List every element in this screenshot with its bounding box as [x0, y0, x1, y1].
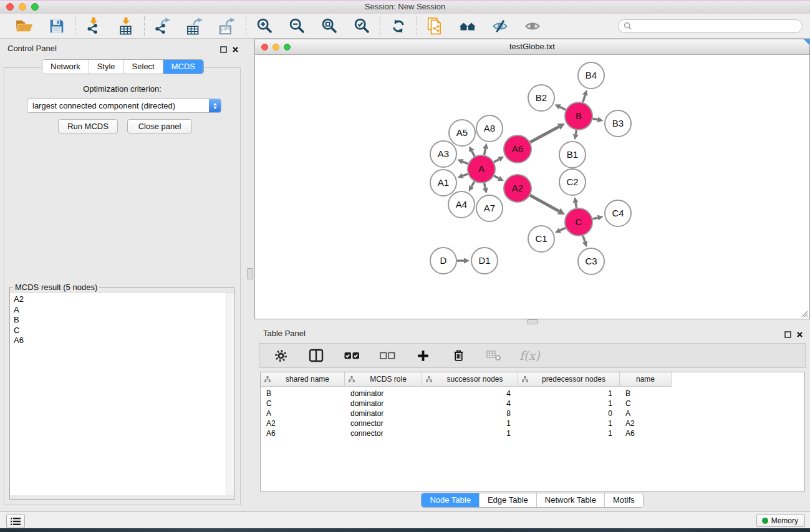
graph-edge-arrowhead: [582, 241, 588, 247]
show-column-panel-icon[interactable]: [306, 346, 326, 365]
optimization-dropdown[interactable]: largest connected component (directed): [27, 99, 221, 113]
tab-node-table[interactable]: Node Table: [422, 493, 480, 507]
table-row[interactable]: A6connector11A6: [261, 428, 804, 438]
optimization-criterion-label: Optimization criterion:: [4, 84, 240, 94]
column-header-successor-nodes[interactable]: successor nodes: [422, 372, 518, 387]
graph-node-label: B4: [586, 70, 597, 80]
divider-grip[interactable]: [527, 319, 538, 324]
column-header-name[interactable]: name: [620, 372, 672, 387]
tab-style[interactable]: Style: [89, 60, 124, 74]
graph-edge: [494, 176, 499, 178]
float-panel-icon[interactable]: [220, 44, 227, 56]
network-canvas[interactable]: AA1A2A3A4A5A6A7A8BB1B2B3B4CC1C2C3C4DD1: [256, 55, 809, 318]
network-minimize-button[interactable]: [272, 44, 279, 51]
graph-edge: [560, 107, 566, 110]
export-image-icon[interactable]: [218, 16, 238, 36]
graph-node-label: B1: [567, 149, 578, 160]
attribute-type-icon: [264, 376, 271, 382]
hide-graphics-details-icon[interactable]: [490, 16, 510, 36]
tab-network[interactable]: Network: [42, 60, 89, 74]
mcds-result-list: A2 A B C A6: [10, 292, 234, 495]
close-panel-button[interactable]: Close panel: [127, 119, 192, 133]
tab-network-table[interactable]: Network Table: [537, 493, 605, 507]
zoom-window-button[interactable]: [31, 3, 39, 11]
result-list-item[interactable]: A: [14, 305, 234, 316]
table-row[interactable]: Adominator80A: [261, 409, 804, 418]
table-options-icon[interactable]: [271, 346, 291, 365]
tab-select[interactable]: Select: [124, 60, 163, 74]
graph-edge: [485, 183, 486, 188]
unselect-all-columns-icon[interactable]: [377, 346, 397, 365]
graph-node-label: B2: [536, 92, 547, 103]
zoom-selected-icon[interactable]: [352, 16, 372, 36]
search-icon: [624, 22, 632, 30]
network-close-button[interactable]: [261, 44, 268, 51]
minimize-window-button[interactable]: [19, 3, 26, 11]
graph-node-label: C1: [535, 233, 547, 244]
graph-edge-arrowhead: [597, 215, 604, 221]
export-network-icon[interactable]: [153, 16, 173, 36]
new-network-from-file-icon[interactable]: [425, 16, 445, 36]
graph-edge: [463, 162, 468, 163]
float-table-panel-icon[interactable]: [784, 329, 791, 341]
create-column-icon[interactable]: [413, 346, 433, 365]
tab-mcds[interactable]: MCDS: [163, 60, 203, 74]
table-row[interactable]: Bdominator41B: [261, 389, 804, 399]
graph-edge: [576, 203, 576, 208]
close-window-button[interactable]: [6, 3, 14, 11]
table-row[interactable]: Cdominator41C: [261, 399, 804, 409]
result-list-item[interactable]: A2: [14, 294, 234, 305]
node-table: shared name MCDS role successor nodes pr…: [260, 372, 805, 491]
attribute-type-icon: [522, 376, 528, 382]
mcds-panel: Optimization criterion: largest connecte…: [4, 67, 241, 505]
task-history-button[interactable]: [6, 514, 25, 528]
graph-edge: [560, 228, 566, 230]
memory-status-icon: [762, 518, 768, 524]
zoom-fit-icon[interactable]: [319, 16, 339, 36]
search-box[interactable]: [618, 19, 803, 33]
export-table-icon[interactable]: [185, 16, 205, 36]
close-table-panel-icon[interactable]: [796, 329, 803, 341]
delete-columns-icon[interactable]: [448, 346, 468, 365]
column-header-mcds-role[interactable]: MCDS role: [345, 372, 422, 387]
mcds-result-title: MCDS result (5 nodes): [13, 283, 99, 292]
column-header-predecessor-nodes[interactable]: predecessor nodes: [518, 372, 620, 387]
run-mcds-button[interactable]: Run MCDS: [58, 119, 118, 133]
delete-table-icon: [484, 346, 504, 365]
network-window-title: testGlobe.txt: [255, 39, 809, 54]
refresh-view-icon[interactable]: [388, 16, 408, 36]
result-list-item[interactable]: C: [14, 326, 234, 336]
network-window-titlebar[interactable]: testGlobe.txt: [255, 39, 809, 55]
zoom-in-icon[interactable]: [254, 16, 274, 36]
show-graphics-details-icon[interactable]: [523, 16, 542, 36]
save-session-icon[interactable]: [47, 16, 67, 36]
zoom-out-icon[interactable]: [287, 16, 307, 36]
optimization-dropdown-value: largest connected component (directed): [27, 101, 209, 110]
import-table-icon[interactable]: [116, 16, 136, 36]
graph-edge: [576, 130, 576, 135]
import-network-icon[interactable]: [84, 16, 104, 36]
close-panel-icon[interactable]: [232, 44, 239, 56]
open-session-icon[interactable]: [14, 16, 34, 36]
search-input[interactable]: [635, 21, 797, 31]
result-list-item[interactable]: A6: [14, 336, 234, 346]
column-header-shared-name[interactable]: shared name: [261, 372, 345, 387]
table-row[interactable]: A2connector11A2: [261, 418, 804, 428]
result-list-scrollbar[interactable]: [226, 293, 234, 495]
resize-grip-icon[interactable]: [799, 309, 808, 317]
graph-node-label: C2: [566, 177, 578, 187]
home-view-icon[interactable]: [458, 16, 478, 36]
tab-edge-table[interactable]: Edge Table: [480, 493, 537, 507]
graph-edge-arrowhead: [597, 117, 604, 122]
network-zoom-button[interactable]: [284, 44, 291, 51]
divider-grip[interactable]: [247, 268, 253, 279]
result-list-item[interactable]: B: [14, 315, 234, 326]
memory-label: Memory: [771, 516, 798, 525]
graph-node-label: A8: [484, 123, 495, 133]
select-all-columns-icon[interactable]: [342, 346, 362, 365]
memory-button[interactable]: Memory: [756, 514, 805, 527]
table-toolbar: f(x): [259, 343, 806, 368]
tab-motifs[interactable]: Motifs: [605, 493, 643, 507]
vertical-split-divider[interactable]: [246, 39, 254, 511]
graph-node-label: B3: [612, 118, 624, 128]
